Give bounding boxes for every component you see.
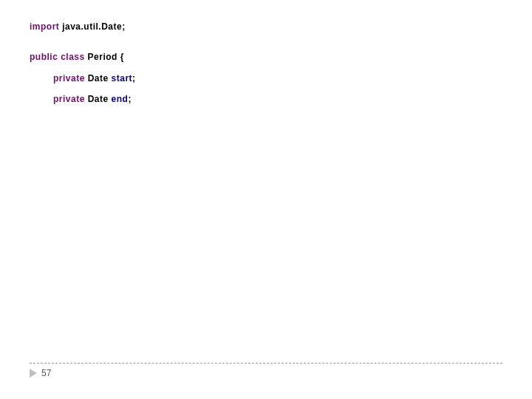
member-start: start [112,73,133,83]
code-semi: ; [128,94,132,104]
slide-footer: 57 [30,363,502,378]
type-date: Date [88,94,109,104]
code-line-3: private Date start; [30,72,136,85]
footer-divider [30,363,502,364]
member-end: end [112,94,129,104]
code-brace: { [117,52,124,62]
keyword-private: private [53,94,85,104]
keyword-import: import [30,21,59,32]
code-line-4: private Date end; [30,93,136,106]
code-block: import java.util.Date; public class Peri… [30,21,136,115]
keyword-private: private [53,73,85,83]
keyword-class: class [61,52,85,62]
code-line-2: public class Period { [30,51,136,64]
code-semi: ; [132,73,136,83]
svg-marker-0 [30,369,37,378]
type-period: Period [88,52,117,62]
play-arrow-icon [30,369,37,378]
keyword-public: public [30,52,58,62]
code-line-1: import java.util.Date; [30,21,136,33]
type-date: Date [88,73,109,83]
page-number: 57 [41,368,51,378]
footer-row: 57 [30,368,502,378]
code-text: java.util.Date; [59,21,125,32]
